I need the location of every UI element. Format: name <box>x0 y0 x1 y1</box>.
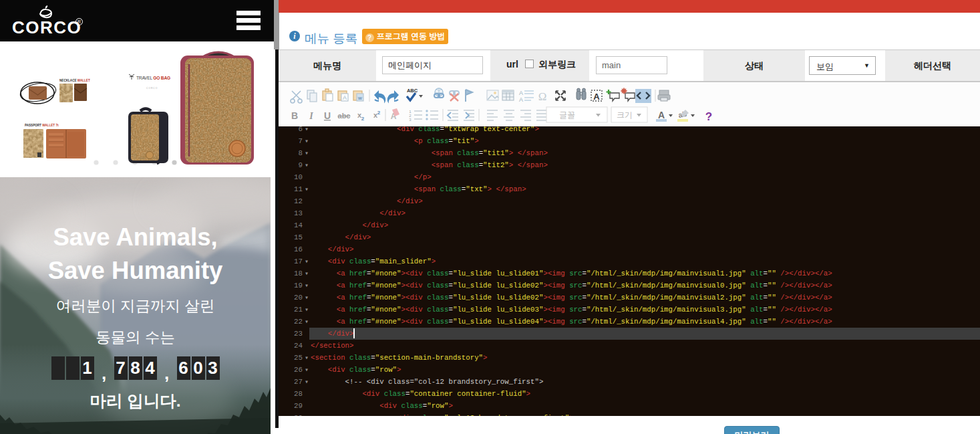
svg-text:NECKLACE WALLET: NECKLACE WALLET <box>59 79 90 82</box>
svg-text:C O R C O: C O R C O <box>146 87 158 90</box>
svg-text:2: 2 <box>361 116 365 122</box>
svg-text:TRAVEL GO BAG: TRAVEL GO BAG <box>136 76 170 80</box>
svg-text:Ω: Ω <box>538 90 547 103</box>
svg-text:U: U <box>324 110 331 121</box>
svg-text:?: ? <box>705 110 712 123</box>
svg-text:w: w <box>357 95 362 101</box>
svg-text:A: A <box>519 96 523 103</box>
svg-text:3: 3 <box>409 118 412 122</box>
svg-text:크기: 크기 <box>617 110 633 120</box>
svg-text:A: A <box>658 110 665 120</box>
svg-text:2: 2 <box>377 110 381 116</box>
svg-text:ABC: ABC <box>407 88 418 94</box>
svg-text:abc: abc <box>338 112 351 120</box>
svg-text:A: A <box>343 94 347 101</box>
svg-text:A: A <box>519 90 523 96</box>
svg-text:B: B <box>291 110 298 121</box>
svg-text:I: I <box>309 111 313 121</box>
svg-text:PASSPORT WALLET 7t: PASSPORT WALLET 7t <box>25 124 59 127</box>
svg-text:글꼴: 글꼴 <box>559 110 575 120</box>
svg-text:A: A <box>593 92 600 102</box>
